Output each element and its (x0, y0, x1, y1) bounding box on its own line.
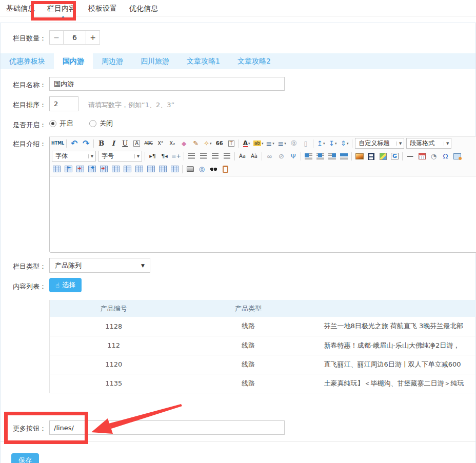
paste-icon[interactable] (220, 164, 231, 174)
col-props-icon[interactable] (169, 164, 181, 174)
table-cell-r4c1: 1135 (50, 374, 178, 393)
unlink-icon[interactable]: ⊘ (275, 151, 287, 162)
bold-icon[interactable]: B (95, 138, 107, 149)
char-border-icon[interactable]: A (131, 138, 143, 149)
top-tab-4[interactable]: 优化信息 (123, 0, 164, 16)
paragraph-format-select[interactable]: 段落格式▼ (406, 138, 451, 149)
insert-col-icon[interactable] (86, 164, 98, 174)
stepper-plus-button[interactable]: + (86, 30, 100, 45)
editor-content-area[interactable] (50, 176, 476, 253)
to-uppercase-icon[interactable]: Áa (236, 151, 248, 162)
font-size-select[interactable]: 字号▼ (98, 151, 142, 162)
anchor-link-icon[interactable]: ⓐ (288, 138, 300, 149)
radio-enable-on[interactable]: 开启 (49, 119, 73, 128)
format-brush-icon[interactable]: ✎ (190, 138, 202, 149)
radio-on-label: 开启 (60, 119, 73, 128)
italic-icon[interactable]: I (107, 138, 119, 149)
table-props-icon[interactable] (145, 164, 157, 174)
insert-media-icon[interactable] (365, 151, 377, 162)
font-family-select[interactable]: 字体▼ (52, 151, 96, 162)
to-lowercase-icon[interactable]: Áà (248, 151, 260, 162)
toolbar-separator (66, 139, 67, 148)
top-tab-3[interactable]: 模板设置 (82, 0, 123, 16)
font-color-icon[interactable]: A▾ (241, 138, 252, 149)
undo-icon[interactable]: ↶ (68, 138, 80, 149)
insert-date-icon[interactable] (416, 151, 428, 162)
horizontal-rule-icon[interactable]: — (404, 151, 416, 162)
save-button[interactable]: 保存 (11, 453, 39, 463)
merge-right-icon[interactable] (122, 164, 133, 174)
rtl-paragraph-icon[interactable]: ¶◂ (158, 151, 170, 162)
superscript-icon[interactable]: X² (154, 138, 166, 149)
link-icon[interactable]: ∞ (264, 151, 275, 162)
column-name-input[interactable] (49, 77, 285, 91)
radio-off-circle (89, 120, 96, 127)
strikethrough-icon[interactable]: ABC (143, 138, 154, 149)
top-tab-2-active[interactable]: 栏目内容 (41, 0, 82, 16)
screenshot-icon[interactable] (451, 151, 463, 162)
delete-col-icon[interactable] (98, 164, 110, 174)
print-icon[interactable] (184, 164, 196, 174)
autotypeset-icon[interactable]: ✧▾ (202, 138, 213, 149)
sub-tab-6[interactable]: 文章攻略2 (229, 53, 280, 69)
indent-icon[interactable]: ≡+ (170, 151, 182, 162)
row-props-icon[interactable] (157, 164, 169, 174)
radio-enable-off[interactable]: 关闭 (89, 119, 113, 128)
insert-map-icon[interactable] (377, 151, 389, 162)
image-align-inline-icon[interactable] (314, 151, 326, 162)
highlight-color-icon[interactable]: ab▾ (252, 138, 264, 149)
line-height-icon[interactable]: ⇕▾ (339, 138, 350, 149)
ltr-paragraph-icon[interactable]: ▸¶ (147, 151, 158, 162)
image-align-right-icon[interactable] (326, 151, 338, 162)
ordered-list-icon[interactable]: ≡▾ (264, 138, 276, 149)
top-tab-1[interactable]: 基础信息 (0, 0, 41, 16)
choose-button[interactable]: ☝ 选择 (49, 278, 82, 292)
delete-row-icon[interactable] (74, 164, 86, 174)
image-block-icon[interactable] (338, 151, 350, 162)
html-source-icon[interactable]: HTML (51, 138, 65, 149)
bottom-spacing-icon[interactable]: ↧▾ (327, 138, 339, 149)
sub-tab-3[interactable]: 周边游 (93, 53, 132, 69)
eraser-icon[interactable]: ◆ (178, 138, 190, 149)
top-spacing-icon[interactable]: ↥▾ (315, 138, 327, 149)
align-justify-icon[interactable] (221, 151, 233, 162)
stepper-minus-button[interactable]: − (49, 30, 64, 45)
underline-icon[interactable]: U (119, 138, 131, 149)
order-hint-text: 请填写数字，例如“1、2、3” (88, 100, 174, 110)
sub-tab-4[interactable]: 四川旅游 (132, 53, 178, 69)
column-order-input[interactable] (49, 96, 78, 111)
align-center-icon[interactable] (197, 151, 209, 162)
align-right-icon[interactable] (209, 151, 221, 162)
table-header-1: 产品编号 (50, 300, 178, 317)
image-align-left-icon[interactable] (303, 151, 314, 162)
custom-title-select[interactable]: 自定义标题▼ (355, 138, 404, 149)
paste-special-icon[interactable]: T (225, 138, 237, 149)
unordered-list-icon[interactable]: ≡▾ (276, 138, 288, 149)
redo-icon[interactable]: ↷ (80, 138, 92, 149)
column-type-select[interactable]: 产品陈列 ▼ (49, 258, 150, 273)
preview-icon[interactable]: ◎ (196, 164, 208, 174)
blockquote-icon[interactable]: 66 (213, 138, 225, 149)
google-map-icon[interactable]: G (389, 151, 401, 162)
anchor-icon[interactable]: Ψ (287, 151, 299, 162)
sub-tab-2[interactable]: 国内游 (54, 53, 93, 69)
special-char-icon[interactable]: Ω (440, 151, 451, 162)
merge-down-icon[interactable] (133, 164, 145, 174)
insert-table-icon[interactable] (51, 164, 63, 174)
new-page-icon[interactable]: ▯ (300, 138, 311, 149)
insert-time-icon[interactable]: ◔ (428, 151, 440, 162)
align-left-icon[interactable] (186, 151, 197, 162)
find-replace-icon[interactable] (208, 164, 220, 174)
sub-tab-1[interactable]: 优惠券板块 (1, 53, 54, 69)
stepper-value: 6 (63, 30, 86, 45)
column-type-value: 产品陈列 (50, 261, 141, 270)
sub-tab-5[interactable]: 文章攻略1 (178, 53, 229, 69)
insert-row-above-icon[interactable] (63, 164, 74, 174)
toolbar-separator (351, 152, 352, 160)
subscript-icon[interactable]: X₂ (166, 138, 178, 149)
enable-radio-group: 开启 关闭 (49, 119, 129, 128)
table-row: 1120线路直飞丽江、丽江周边6日游丨双人下单立减600 (50, 355, 476, 374)
more-button-input[interactable] (49, 420, 285, 435)
cell-props-icon[interactable] (110, 164, 122, 174)
insert-image-icon[interactable] (353, 151, 365, 162)
